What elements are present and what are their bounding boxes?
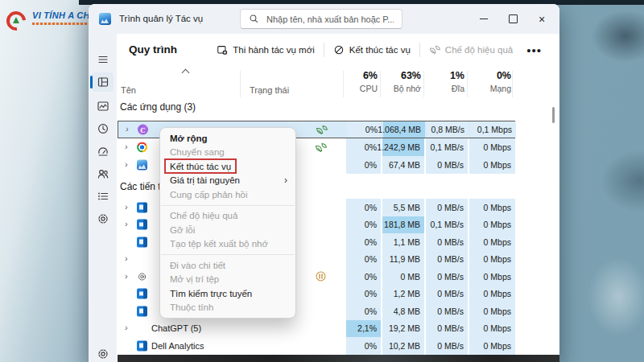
- sidebar-item-performance[interactable]: [92, 97, 114, 116]
- search-icon: [249, 14, 259, 24]
- sidebar-item-app-history[interactable]: [92, 119, 114, 138]
- context-menu-item[interactable]: Đi vào chi tiết: [160, 258, 295, 273]
- clipped-bottom-row: [118, 355, 559, 362]
- disk-value-cell: 0 MB/s: [426, 268, 468, 286]
- expand-chevron-icon[interactable]: ›: [125, 203, 128, 212]
- window-controls: ×: [469, 4, 556, 34]
- network-value-cell: 0 Mbps: [469, 138, 515, 156]
- toolbar-separator: [419, 43, 420, 57]
- expand-chevron-icon[interactable]: ›: [125, 220, 128, 228]
- memory-value-cell: 1.242,9 MB: [382, 138, 424, 156]
- disk-value-cell: 0 MB/s: [426, 302, 468, 320]
- sidebar-item-startup-apps[interactable]: [92, 142, 114, 161]
- context-menu-item[interactable]: Tạo tệp kết xuất bộ nhớ: [160, 237, 295, 252]
- app-c-icon: C: [138, 125, 148, 135]
- column-divider: [423, 71, 424, 97]
- network-value-cell: 0 Mbps: [469, 268, 515, 286]
- disk-column-label: Đĩa: [415, 84, 464, 93]
- sidebar-item-users[interactable]: [92, 164, 114, 183]
- column-divider: [240, 71, 241, 97]
- cpu-value-cell: 0%: [347, 121, 382, 138]
- vertical-scrollbar-thumb[interactable]: [552, 107, 555, 123]
- run-new-task-button[interactable]: Thi hành tác vụ mới: [209, 39, 322, 60]
- maximize-button[interactable]: [498, 4, 527, 34]
- details-icon: [97, 190, 109, 203]
- memory-value-cell: 0 MB: [382, 268, 424, 286]
- network-value-cell: 0 Mbps: [469, 233, 515, 251]
- menu-item-label: Mở rộng: [170, 134, 208, 143]
- column-header-cpu[interactable]: 6%CPU: [328, 70, 378, 93]
- context-menu-item[interactable]: Chế độ hiệu quả: [160, 209, 295, 224]
- column-header-network[interactable]: 0%Mạng: [461, 70, 511, 93]
- cpu-column-label: CPU: [328, 84, 378, 93]
- process-group-header[interactable]: Các ứng dụng (3): [120, 101, 196, 113]
- end-task-icon: [333, 44, 345, 56]
- sidebar-item-settings[interactable]: [92, 344, 114, 362]
- disk-value-cell: 0 MB/s: [426, 320, 468, 338]
- expand-chevron-icon[interactable]: ›: [125, 272, 128, 281]
- winapp-icon: [137, 306, 147, 316]
- more-options-button[interactable]: •••: [520, 43, 548, 57]
- expand-chevron-icon[interactable]: ›: [125, 142, 128, 151]
- title-bar[interactable]: Trình quản lý Tác vụ Nhập tên, nhà xuất …: [89, 4, 559, 34]
- performance-icon: [97, 100, 109, 113]
- context-menu-item[interactable]: Mở rộng: [160, 131, 295, 146]
- column-header-memory[interactable]: 63%Bộ nhớ: [371, 70, 421, 93]
- menu-separator: [161, 205, 295, 206]
- context-menu-item[interactable]: Tìm kiếm trực tuyến: [160, 286, 295, 301]
- task-manager-app-icon: [99, 13, 111, 25]
- context-menu-item[interactable]: Cung cấp phản hồi: [160, 187, 295, 202]
- column-header-name[interactable]: Tên: [121, 85, 136, 95]
- disk-value-cell: 0 MB/s: [426, 156, 468, 174]
- column-header-disk[interactable]: 1%Đĩa: [415, 70, 464, 93]
- column-header-status[interactable]: Trạng thái: [250, 85, 289, 95]
- context-menu-item[interactable]: Chuyển sang: [160, 146, 295, 160]
- context-menu: Mở rộngChuyển sangKết thúc tác vụGiá trị…: [159, 127, 296, 319]
- minimize-button[interactable]: [469, 4, 498, 34]
- context-menu-item[interactable]: Gỡ lỗi: [160, 223, 295, 237]
- process-name: ChatGPT (5): [151, 323, 201, 333]
- memory-value-cell: 1,1 MB: [382, 233, 424, 251]
- expand-chevron-icon[interactable]: ›: [126, 125, 129, 134]
- sidebar-item-hamburger-menu[interactable]: [92, 50, 114, 69]
- submenu-chevron-icon: ›: [284, 175, 287, 186]
- sidebar-item-details[interactable]: [92, 187, 114, 206]
- expand-chevron-icon[interactable]: ›: [125, 254, 128, 263]
- menu-item-label: Gỡ lỗi: [170, 225, 195, 235]
- gear-icon: [137, 271, 147, 282]
- sidebar: [89, 34, 117, 362]
- network-column-label: Mạng: [461, 84, 511, 93]
- efficiency-mode-button[interactable]: Chế độ hiệu quả: [422, 39, 520, 60]
- leaf-icon: [429, 44, 440, 56]
- network-value-cell: 0 Mbps: [469, 156, 515, 174]
- taskmgr-icon: [137, 160, 147, 171]
- disk-value-cell: 0,8 MB/s: [427, 121, 469, 138]
- screenshot-stage: VI TÍNH A CHẾ Trình quản lý Tác vụ Nhập …: [0, 0, 644, 362]
- context-menu-item[interactable]: Mở vị trí tệp: [160, 273, 295, 287]
- menu-separator: [161, 254, 295, 255]
- sidebar-item-processes[interactable]: [92, 72, 114, 92]
- process-row-dell-analytics[interactable]: Dell Analytics0%10,2 MB0 MB/s0 Mbps: [118, 337, 515, 355]
- sidebar-item-services[interactable]: [92, 209, 114, 228]
- end-task-button[interactable]: Kết thúc tác vụ: [326, 39, 418, 60]
- expand-chevron-icon[interactable]: ›: [125, 160, 128, 169]
- process-row-chatgpt-5[interactable]: ›ChatGPT (5)2,1%19,2 MB0 MB/s0 Mbps: [118, 320, 515, 338]
- sort-chevron-up-icon[interactable]: [182, 69, 190, 77]
- close-button[interactable]: ×: [527, 4, 556, 34]
- context-menu-item[interactable]: Kết thúc tác vụ: [160, 159, 295, 174]
- menu-item-label: Giá trị tài nguyên: [170, 175, 240, 185]
- efficiency-leaf-icon: [315, 123, 328, 136]
- efficiency-leaf-icon: [314, 141, 327, 154]
- memory-value-cell: 1.068,4 MB: [383, 121, 425, 138]
- search-box[interactable]: Nhập tên, nhà xuất bản hoặc P...: [240, 9, 402, 29]
- cpu-value-cell: 0%: [346, 337, 381, 355]
- memory-column-label: Bộ nhớ: [371, 84, 421, 93]
- memory-value-cell: 67,4 MB: [382, 156, 424, 174]
- expand-chevron-icon[interactable]: ›: [125, 323, 128, 332]
- context-menu-item[interactable]: Thuộc tính: [160, 301, 295, 315]
- context-menu-item[interactable]: Giá trị tài nguyên›: [160, 174, 295, 188]
- winapp-icon: [137, 202, 147, 212]
- menu-item-label: Tìm kiếm trực tuyến: [170, 289, 252, 298]
- menu-item-label: Chuyển sang: [170, 147, 225, 157]
- new-task-icon: [217, 44, 228, 56]
